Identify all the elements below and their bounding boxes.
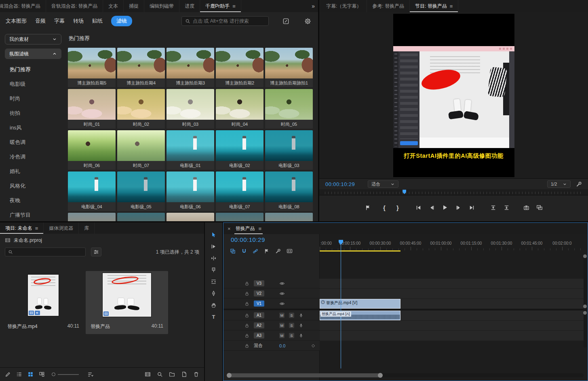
filter-group-header[interactable]: 氛围滤镜 [5, 49, 61, 59]
plugin-search-box[interactable] [181, 16, 269, 26]
filter-card[interactable]: 电影级_06 [166, 171, 214, 211]
track-name-button[interactable]: V3 [254, 280, 264, 286]
list-view-icon[interactable] [16, 371, 22, 377]
clip-name[interactable]: 替换产品 [91, 323, 110, 330]
solo-button[interactable]: S [289, 333, 294, 338]
icon-view-icon[interactable] [27, 371, 34, 377]
filter-card[interactable]: 时尚_05 [265, 89, 313, 129]
filter-card[interactable]: 时尚_02 [117, 89, 165, 129]
filter-card[interactable]: 电影级_08 [265, 171, 313, 211]
solo-button[interactable]: S [289, 313, 294, 318]
linked-selection-icon[interactable] [253, 247, 258, 254]
tab-sequence[interactable]: 替换产品 ≡ [234, 223, 263, 234]
play-icon[interactable] [441, 204, 449, 211]
razor-tool-icon[interactable] [210, 267, 217, 273]
monitor-scrub-bar[interactable] [319, 189, 588, 195]
voiceover-mic-icon[interactable] [299, 313, 303, 318]
track-name-button[interactable]: A3 [254, 332, 264, 339]
pen-tool-icon[interactable] [210, 290, 217, 296]
project-item[interactable]: 替换产品.mp4 40:11 [2, 271, 84, 334]
program-timecode[interactable]: 00:00:10:29 [325, 181, 355, 187]
go-to-in-icon[interactable] [415, 204, 422, 211]
project-search-input[interactable] [15, 249, 82, 255]
sidebar-item-cool[interactable]: 冷色调 [5, 150, 61, 164]
tab-audio-clip-mixer[interactable]: 音频剪辑混合器: 替换产品 [0, 0, 46, 12]
sidebar-item-cinematic[interactable]: 电影级 [5, 77, 61, 91]
master-level-value[interactable]: 0.0 [279, 343, 285, 348]
tab-capture[interactable]: 捕捉 [124, 0, 144, 12]
scrollbar-knob[interactable] [583, 305, 587, 308]
lock-icon[interactable] [244, 323, 249, 328]
extract-icon[interactable] [503, 204, 510, 211]
tab-captions[interactable]: 字幕:（无字幕） [321, 0, 367, 12]
track-lane-v2[interactable] [320, 289, 584, 298]
add-marker-icon[interactable] [264, 247, 270, 254]
panel-menu-icon[interactable]: ≡ [450, 3, 453, 9]
source-patch-icon[interactable] [269, 291, 275, 296]
vertical-scrollbar[interactable] [584, 254, 587, 347]
tab-filters[interactable]: 滤镜 [111, 16, 132, 26]
track-name-button[interactable]: A1 [254, 312, 264, 318]
lock-icon[interactable] [244, 291, 249, 296]
tab-program-monitor[interactable]: 节目: 替换产品 ≡ [410, 0, 458, 12]
selection-tool-icon[interactable] [210, 231, 217, 238]
filter-card[interactable]: 博主旅拍后期3 [166, 48, 214, 87]
lock-icon[interactable] [244, 343, 249, 348]
freeform-view-icon[interactable] [39, 371, 45, 377]
track-name-button-targeted[interactable]: V1 [254, 301, 264, 307]
filter-card[interactable]: 电影级_05 [117, 171, 165, 211]
sort-icon[interactable] [87, 371, 94, 378]
ripple-edit-tool-icon[interactable] [210, 255, 217, 261]
filter-card[interactable] [166, 213, 214, 221]
eye-icon[interactable] [279, 291, 285, 296]
filter-card[interactable]: 电影级_04 [68, 171, 116, 211]
timeline-timecode[interactable]: 00:00:10:29 [231, 236, 265, 243]
zoom-level-dropdown[interactable]: 适合 [368, 180, 398, 188]
filter-card[interactable] [216, 213, 263, 221]
mark-in-icon[interactable]: { [381, 204, 388, 211]
tab-transitions[interactable]: 转场 [73, 17, 84, 25]
filter-card[interactable]: 时尚_06 [68, 130, 116, 170]
horizontal-scrollbar-thumb[interactable] [228, 373, 382, 377]
mute-button[interactable]: M [279, 333, 285, 338]
collection-dropdown[interactable]: 我的素材 [5, 34, 61, 44]
sidebar-item-warm[interactable]: 暖色调 [5, 135, 61, 150]
filter-card[interactable]: 时尚_04 [216, 89, 263, 129]
track-lane-a3[interactable] [320, 331, 584, 341]
track-name-button[interactable]: V2 [254, 290, 264, 296]
tab-progress[interactable]: 进度 [179, 0, 200, 12]
project-item-selected[interactable]: 替换产品 40:11 [86, 271, 168, 334]
track-select-forward-tool-icon[interactable] [210, 243, 217, 250]
tab-text[interactable]: 文本 [103, 0, 124, 12]
scrollbar-knob[interactable] [583, 311, 587, 315]
new-bin-icon[interactable] [169, 371, 175, 377]
tab-audio[interactable]: 音频 [35, 17, 46, 25]
slip-tool-icon[interactable] [210, 278, 217, 285]
filter-card[interactable] [265, 213, 313, 221]
filter-card[interactable]: 博主旅拍后期4 [117, 48, 165, 87]
clip-name[interactable]: 替换产品.mp4 [7, 323, 38, 330]
voiceover-mic-icon[interactable] [299, 333, 303, 338]
mute-button[interactable]: M [279, 313, 285, 318]
filter-card[interactable]: 电影级_01 [166, 130, 214, 170]
filter-card[interactable]: 时尚_01 [68, 89, 116, 129]
export-frame-icon[interactable] [523, 204, 530, 211]
playback-resolution-dropdown[interactable]: 1/2 [547, 180, 571, 188]
sidebar-item-broadcast[interactable]: 广播节目 [5, 208, 61, 221]
tab-media-browser[interactable]: 媒体浏览器 [44, 222, 79, 234]
monitor-playhead[interactable] [403, 190, 406, 194]
filter-card[interactable]: 时尚_03 [166, 89, 214, 129]
tab-edit-to-tape[interactable]: 编辑到磁带 [144, 0, 179, 12]
search-filter-icon[interactable] [91, 248, 101, 256]
source-patch-icon[interactable] [269, 323, 275, 328]
track-name-button[interactable]: A2 [254, 322, 264, 328]
step-back-icon[interactable] [428, 204, 435, 211]
snap-icon[interactable] [241, 247, 247, 254]
audio-clip[interactable]: 替换产品.mp4 [A] [320, 311, 400, 320]
timeline-playhead-line[interactable] [341, 240, 341, 368]
track-lane-v3[interactable] [320, 279, 584, 288]
panel-menu-icon[interactable]: ≡ [259, 226, 262, 232]
find-icon[interactable] [157, 371, 163, 377]
project-file-name[interactable]: 未命名.prproj [14, 237, 42, 244]
sidebar-item-street[interactable]: 街拍 [5, 106, 61, 121]
